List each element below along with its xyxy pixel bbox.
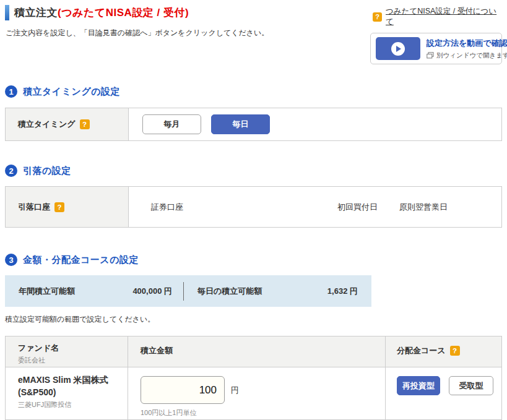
fund-table: ファンド名 委託会社 積立金額 分配金コース ? eMAXIS Slim 米国株… — [5, 336, 502, 420]
fund-company: 三菱UFJ国際投信 — [18, 400, 120, 409]
section-timing-heading: 1 積立タイミングの設定 — [5, 85, 502, 98]
fund-name-cell: eMAXIS Slim 米国株式(S&P500) 三菱UFJ国際投信 — [6, 367, 128, 419]
section-debit-heading: 2 引落の設定 — [5, 165, 502, 177]
course-header: 分配金コース — [397, 345, 446, 356]
annual-limit-label: 年間積立可能額 — [19, 286, 75, 297]
fund-table-header: ファンド名 委託会社 積立金額 分配金コース ? — [6, 336, 501, 367]
section-debit-title: 引落の設定 — [23, 165, 71, 177]
course-cell: 再投資型 受取型 — [386, 367, 501, 419]
debit-help-icon[interactable]: ? — [54, 202, 64, 212]
timing-buttons: 毎月 毎日 — [129, 114, 270, 134]
amount-note: 100円以上1円単位 — [141, 408, 385, 418]
title-row: 積立注文(つみたてNISA設定 / 受付) — [5, 5, 269, 20]
debit-label-cell: 引落口座 ? — [6, 187, 129, 227]
debit-value-cell: 証券口座 初回買付日 原則翌営業日 — [129, 187, 501, 227]
timing-value-cell: 毎月 毎日 — [129, 108, 501, 140]
amount-unit: 円 — [231, 385, 239, 396]
video-label: 設定方法を動画で確認 — [427, 38, 507, 49]
timing-label-cell: 積立タイミング ? — [6, 108, 129, 140]
timing-panel: 積立タイミング ? 毎月 毎日 — [5, 108, 502, 141]
fund-table-row: eMAXIS Slim 米国株式(S&P500) 三菱UFJ国際投信 円 100… — [6, 367, 501, 419]
nisa-help-link[interactable]: ? つみたてNISA設定 / 受付について — [373, 6, 502, 27]
debit-panel: 引落口座 ? 証券口座 初回買付日 原則翌営業日 — [5, 186, 502, 228]
debit-account-value: 証券口座 — [151, 202, 337, 213]
video-texts: 設定方法を動画で確認 別ウィンドウで開きます — [427, 38, 507, 60]
new-window-icon — [427, 52, 434, 59]
course-buttons: 再投資型 受取型 — [397, 376, 501, 395]
debit-label: 引落口座 — [18, 202, 50, 213]
first-buy-date-label: 初回買付日 — [337, 202, 399, 213]
fund-name: eMAXIS Slim 米国株式(S&P500) — [18, 374, 126, 399]
section-amount-title: 金額・分配金コースの設定 — [23, 254, 139, 266]
section-number-2: 2 — [5, 165, 17, 177]
summary-divider — [183, 282, 184, 301]
daily-limit-value: 1,632 円 — [262, 286, 371, 297]
range-note: 積立設定可能額の範囲で設定してください。 — [5, 314, 502, 325]
timing-help-icon[interactable]: ? — [80, 119, 90, 129]
course-reinvest-button[interactable]: 再投資型 — [397, 376, 440, 395]
timing-label: 積立タイミング — [18, 119, 76, 130]
first-buy-date-value: 原則翌営業日 — [399, 202, 448, 213]
amount-input[interactable] — [141, 376, 225, 404]
course-help-icon[interactable]: ? — [450, 346, 460, 356]
question-icon[interactable]: ? — [373, 12, 382, 22]
fund-company-header: 委託会社 — [18, 356, 120, 365]
course-receive-button[interactable]: 受取型 — [449, 376, 493, 395]
page-header: 積立注文(つみたてNISA設定 / 受付) ご注文内容を設定し、「目論見書の確認… — [5, 4, 502, 64]
nisa-help-link-text[interactable]: つみたてNISA設定 / 受付について — [386, 6, 502, 27]
play-icon — [391, 42, 405, 56]
course-header-cell: 分配金コース ? — [386, 336, 501, 367]
page-title: 積立注文(つみたてNISA設定 / 受付) — [14, 6, 189, 20]
section-number-3: 3 — [5, 254, 17, 266]
section-amount-heading: 3 金額・分配金コースの設定 — [5, 254, 502, 266]
timing-daily-button[interactable]: 毎日 — [211, 114, 270, 134]
fund-name-header-cell: ファンド名 委託会社 — [6, 336, 128, 367]
annual-limit-value: 400,000 円 — [75, 286, 172, 297]
page-description: ご注文内容を設定し、「目論見書の確認へ」ボタンをクリックしてください。 — [6, 28, 269, 38]
page-title-main: 積立注文 — [14, 7, 58, 19]
page: 積立注文(つみたてNISA設定 / 受付) ご注文内容を設定し、「目論見書の確認… — [0, 0, 507, 420]
daily-limit-label: 毎日の積立可能額 — [197, 286, 262, 297]
amount-header-cell: 積立金額 — [128, 336, 386, 367]
video-guide-button[interactable]: 設定方法を動画で確認 別ウィンドウで開きます — [370, 33, 502, 64]
section-number-1: 1 — [5, 85, 17, 98]
page-title-sub: (つみたてNISA設定 / 受付) — [58, 7, 189, 19]
limit-summary-box: 年間積立可能額 400,000 円 毎日の積立可能額 1,632 円 — [5, 275, 371, 307]
amount-header: 積立金額 — [141, 345, 385, 356]
title-accent-bar — [5, 5, 9, 20]
debit-values: 証券口座 初回買付日 原則翌営業日 — [129, 202, 501, 213]
amount-cell: 円 100円以上1円単位 — [128, 367, 386, 419]
header-left: 積立注文(つみたてNISA設定 / 受付) ご注文内容を設定し、「目論見書の確認… — [5, 4, 269, 38]
amount-line: 円 — [141, 376, 385, 404]
video-note-text: 別ウィンドウで開きます — [436, 51, 507, 60]
timing-monthly-button[interactable]: 毎月 — [142, 114, 201, 134]
header-right: ? つみたてNISA設定 / 受付について 設定方法を動画で確認 — [370, 4, 502, 64]
section-timing-title: 積立タイミングの設定 — [23, 86, 120, 98]
fund-name-header: ファンド名 — [18, 343, 120, 354]
video-thumbnail[interactable] — [376, 37, 420, 60]
video-note: 別ウィンドウで開きます — [427, 51, 507, 60]
